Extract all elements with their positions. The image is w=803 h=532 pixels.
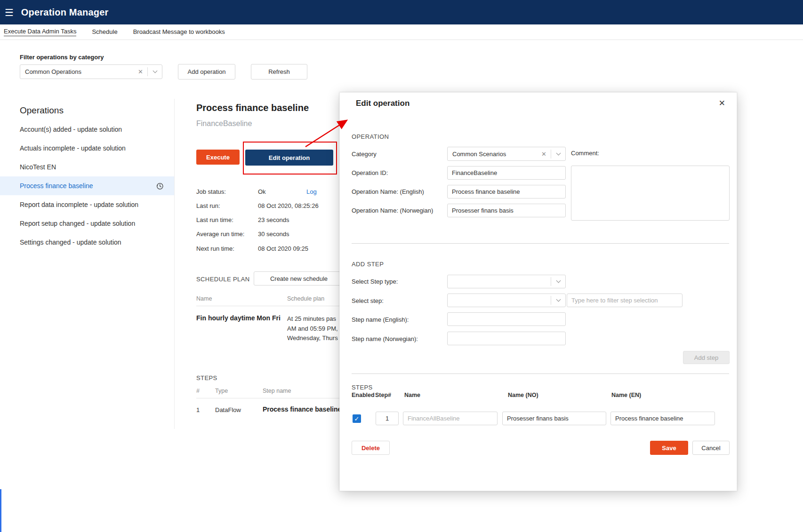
create-new-schedule-button[interactable]: Create new schedule: [254, 271, 339, 286]
chevron-down-icon[interactable]: [551, 300, 565, 301]
schedule-row-name[interactable]: Fin hourly daytime Mon Fri: [196, 314, 281, 322]
step-name-no-input[interactable]: [447, 332, 566, 345]
comment-label: Comment:: [571, 150, 599, 157]
app-header: ☰ Operation Manager: [0, 0, 803, 24]
tab-bar: Execute Data Admin Tasks Schedule Broadc…: [0, 24, 803, 40]
filter-category-value: Common Operations: [20, 68, 134, 75]
col-name-en: Name (EN): [611, 392, 641, 398]
step-name-no-row-input[interactable]: [502, 412, 606, 425]
step-number-input[interactable]: [376, 412, 399, 425]
select-step-dropdown[interactable]: [447, 294, 566, 307]
close-icon[interactable]: ✕: [719, 98, 725, 108]
window-edge-artifact: [0, 489, 1, 532]
schedule-plan-line: Wednesday, Thurs: [287, 333, 338, 343]
steps-col-name: Step name: [263, 388, 291, 394]
operation-detail-panel: Process finance baseline FinanceBaseline…: [196, 99, 339, 437]
steps-col-type: Type: [215, 388, 228, 394]
schedule-plan-line: AM and 05:59 PM,: [287, 324, 338, 334]
list-item-settings-changed[interactable]: Settings changed - update solution: [0, 233, 174, 252]
select-step-type-label: Select Step type:: [352, 278, 398, 285]
step-name-no-label: Step name (Norwegian):: [352, 335, 418, 342]
chevron-down-icon[interactable]: [551, 153, 565, 155]
tab-execute-data-admin-tasks[interactable]: Execute Data Admin Tasks: [4, 28, 76, 36]
add-step-button[interactable]: Add step: [683, 351, 730, 364]
operation-name-en-label: Operation Name: (English): [352, 188, 424, 195]
average-run-time-label: Average run time:: [196, 230, 258, 238]
steps-col-num: #: [196, 388, 200, 394]
category-dropdown[interactable]: Common Scenarios ✕: [447, 147, 566, 161]
step-name-en-row-input[interactable]: [610, 412, 715, 425]
chevron-down-icon[interactable]: [148, 71, 162, 72]
operation-id-label: Operation ID:: [352, 169, 388, 176]
operation-id-input[interactable]: [447, 166, 566, 180]
chevron-down-icon[interactable]: [551, 281, 565, 282]
page-title: Process finance baseline: [196, 103, 309, 113]
list-item-report-setup-changed[interactable]: Report setup changed - update solution: [0, 214, 174, 233]
save-button[interactable]: Save: [650, 441, 688, 455]
clear-icon[interactable]: ✕: [537, 151, 551, 158]
schedule-plan-section-title: SCHEDULE PLAN: [196, 276, 250, 283]
job-status-value: Ok: [258, 188, 306, 195]
list-item-accounts-added[interactable]: Account(s) added - update solution: [0, 120, 174, 139]
step-filter-input[interactable]: [567, 294, 683, 307]
list-item-process-finance-baseline[interactable]: Process finance baseline: [0, 176, 174, 195]
operation-name-no-input[interactable]: [447, 204, 566, 217]
add-operation-button[interactable]: Add operation: [178, 64, 235, 79]
operations-panel: Operations Account(s) added - update sol…: [0, 99, 175, 429]
check-icon: ✓: [354, 416, 360, 422]
last-run-time-label: Last run time:: [196, 216, 258, 223]
last-run-time-row: Last run time:23 seconds: [196, 216, 339, 223]
list-item-actuals-incomplete[interactable]: Actuals incomplete - update solution: [0, 139, 174, 158]
list-item-nicotest-en[interactable]: NicoTest EN: [0, 158, 174, 176]
list-item-label: Process finance baseline: [20, 182, 93, 190]
dialog-steps-section-title: STEPS: [352, 384, 373, 391]
last-run-label: Last run:: [196, 202, 258, 209]
list-item-label: NicoTest EN: [20, 163, 56, 171]
col-step-num: Step#: [375, 392, 391, 398]
refresh-button[interactable]: Refresh: [251, 64, 307, 79]
hamburger-menu-icon[interactable]: ☰: [5, 8, 14, 17]
last-run-time-value: 23 seconds: [258, 216, 289, 223]
schedule-col-name: Name: [196, 295, 212, 302]
history-icon[interactable]: [156, 182, 164, 190]
select-step-label: Select step:: [352, 297, 384, 304]
step-row-name[interactable]: Process finance baseline: [263, 405, 339, 413]
last-run-value: 08 Oct 2020, 08:25:26: [258, 202, 319, 209]
step-name-en-input[interactable]: [447, 312, 566, 326]
delete-button[interactable]: Delete: [352, 441, 390, 455]
cancel-button[interactable]: Cancel: [692, 441, 730, 455]
operation-name-en-input[interactable]: [447, 185, 566, 199]
log-link[interactable]: Log: [306, 188, 317, 195]
edit-operation-dialog: Edit operation ✕ OPERATION Category Comm…: [339, 92, 737, 491]
filter-category-dropdown[interactable]: Common Operations ✕: [20, 64, 162, 79]
execute-button[interactable]: Execute: [196, 150, 240, 165]
section-divider: [352, 243, 729, 244]
tab-broadcast-message[interactable]: Broadcast Message to workbooks: [133, 28, 225, 36]
col-name-no: Name (NO): [508, 392, 538, 398]
average-run-time-value: 30 seconds: [258, 230, 289, 238]
comment-textarea[interactable]: [571, 166, 730, 221]
next-run-time-value: 08 Oct 2020 09:25: [258, 245, 308, 252]
category-value: Common Scenarios: [448, 151, 537, 158]
operation-section-title: OPERATION: [352, 133, 389, 140]
next-run-time-row: Next run time:08 Oct 2020 09:25: [196, 245, 339, 252]
clear-icon[interactable]: ✕: [134, 68, 147, 75]
step-name-input[interactable]: [403, 412, 498, 425]
edit-operation-button[interactable]: Edit operation: [245, 150, 333, 166]
steps-section-title: STEPS: [196, 374, 217, 381]
step-row-type: DataFlow: [215, 406, 241, 413]
table-divider: [196, 398, 339, 398]
app-title: Operation Manager: [21, 7, 109, 18]
list-item-label: Settings changed - update solution: [20, 238, 121, 246]
dialog-title: Edit operation: [356, 99, 410, 108]
list-item-report-data-incomplete[interactable]: Report data incomplete - update solution: [0, 195, 174, 214]
category-label: Category: [352, 151, 377, 158]
add-step-section-title: ADD STEP: [352, 261, 384, 268]
job-status-row: Job status:OkLog: [196, 188, 339, 195]
filter-category-label: Filter operations by category: [20, 54, 104, 61]
step-enabled-checkbox[interactable]: ✓: [353, 414, 361, 423]
operations-title: Operations: [0, 99, 174, 120]
select-step-type-dropdown[interactable]: [447, 275, 566, 288]
tab-schedule[interactable]: Schedule: [92, 28, 117, 36]
step-row-num: 1: [196, 406, 200, 413]
